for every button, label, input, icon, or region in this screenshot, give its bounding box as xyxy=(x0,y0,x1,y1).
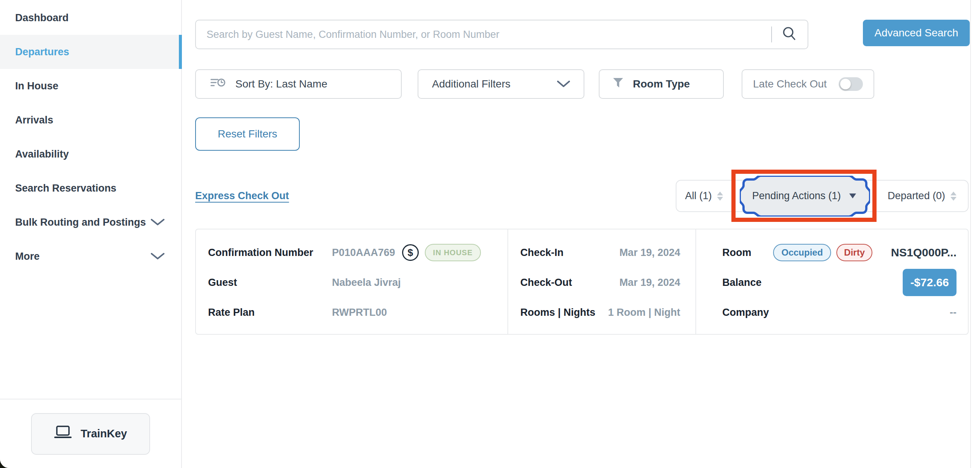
pms-app-window: Dashboard Departures In House Arrivals A… xyxy=(0,0,980,468)
rate-plan-row: Rate Plan RWPRTL00 xyxy=(208,301,508,324)
sidebar-item-label: Dashboard xyxy=(15,12,68,24)
sidebar-item-search-reservations[interactable]: Search Reservations xyxy=(0,171,181,205)
in-house-badge: IN HOUSE xyxy=(425,244,481,261)
search-bar xyxy=(195,20,808,49)
tab-departed[interactable]: Departed (0) xyxy=(876,181,968,211)
confirmation-label: Confirmation Number xyxy=(208,247,332,259)
scrollbar-gutter xyxy=(970,0,971,468)
chevron-down-icon xyxy=(557,78,570,90)
sort-arrows-icon xyxy=(717,192,723,201)
trainkey-button[interactable]: TrainKey xyxy=(31,413,150,455)
chevron-down-icon xyxy=(151,251,164,262)
balance-chip[interactable]: -$72.66 xyxy=(903,269,956,296)
sidebar-item-dashboard[interactable]: Dashboard xyxy=(0,1,181,35)
sidebar-item-arrivals[interactable]: Arrivals xyxy=(0,103,181,137)
dollar-circle-icon[interactable]: $ xyxy=(402,244,419,261)
funnel-icon xyxy=(612,77,624,91)
sidebar-item-in-house[interactable]: In House xyxy=(0,69,181,103)
company-row: Company -- xyxy=(722,301,956,324)
sidebar-item-label: Search Reservations xyxy=(15,182,116,194)
sidebar-item-availability[interactable]: Availability xyxy=(0,137,181,171)
search-divider xyxy=(771,27,772,43)
sidebar-item-label: In House xyxy=(15,80,58,92)
late-check-out-filter: Late Check Out xyxy=(741,69,874,99)
reset-filters-button[interactable]: Reset Filters xyxy=(195,117,300,151)
room-number-value: NS1Q000P... xyxy=(891,246,956,259)
tab-all[interactable]: All (1) xyxy=(676,181,732,211)
sidebar-item-departures[interactable]: Departures xyxy=(0,35,181,69)
confirmation-value: P010AAA769 xyxy=(332,247,395,259)
sidebar-item-label: Bulk Routing and Postings xyxy=(15,217,146,228)
advanced-search-button[interactable]: Advanced Search xyxy=(863,20,970,46)
tab-pending-actions-label: Pending Actions (1) xyxy=(752,190,841,202)
additional-filters-dropdown[interactable]: Additional Filters xyxy=(418,69,584,99)
express-check-out-link[interactable]: Express Check Out xyxy=(195,190,289,202)
check-out-row: Check-Out Mar 19, 2024 xyxy=(520,271,680,294)
check-in-value: Mar 19, 2024 xyxy=(619,247,680,259)
guest-row: Guest Nabeela Jivraj xyxy=(208,271,508,294)
dirty-badge: Dirty xyxy=(836,244,872,261)
company-label: Company xyxy=(722,307,773,319)
sidebar-footer: TrainKey xyxy=(0,399,181,468)
room-type-label: Room Type xyxy=(633,78,690,90)
caret-down-icon xyxy=(849,194,856,198)
late-check-out-toggle[interactable] xyxy=(838,77,863,91)
sort-by-label: Sort By: Last Name xyxy=(235,78,328,90)
reservation-card[interactable]: Confirmation Number P010AAA769 $ IN HOUS… xyxy=(195,229,969,335)
sidebar: Dashboard Departures In House Arrivals A… xyxy=(0,0,182,468)
rate-plan-value: RWPRTL00 xyxy=(332,307,387,319)
toggle-knob xyxy=(840,79,851,89)
sidebar-item-label: Arrivals xyxy=(15,114,53,126)
trainkey-label: TrainKey xyxy=(81,427,127,440)
card-column-room: Room Occupied Dirty NS1Q000P... Balance … xyxy=(695,230,968,334)
tab-pending-actions[interactable]: Pending Actions (1) xyxy=(732,181,876,211)
sidebar-item-more[interactable]: More xyxy=(0,239,181,273)
guest-label: Guest xyxy=(208,277,332,289)
status-tabs: All (1) Pending Actions (1) Departed (0) xyxy=(676,180,969,212)
check-out-value: Mar 19, 2024 xyxy=(619,277,680,289)
search-icon[interactable] xyxy=(781,25,798,44)
sidebar-item-label: More xyxy=(15,251,40,262)
sidebar-item-bulk-routing[interactable]: Bulk Routing and Postings xyxy=(0,205,181,239)
main-content: Advanced Search Sort By: Last Name Addit… xyxy=(183,0,980,468)
chevron-down-icon xyxy=(151,217,164,228)
laptop-icon xyxy=(54,425,72,442)
sort-icon xyxy=(210,77,226,92)
tab-departed-label: Departed (0) xyxy=(888,190,945,202)
sort-arrows-icon xyxy=(950,192,956,201)
room-type-filter[interactable]: Room Type xyxy=(599,69,724,99)
occupied-badge: Occupied xyxy=(773,244,831,261)
rate-plan-label: Rate Plan xyxy=(208,307,332,319)
sidebar-item-label: Departures xyxy=(15,46,69,58)
late-check-out-label: Late Check Out xyxy=(753,78,827,90)
tab-all-label: All (1) xyxy=(685,190,712,202)
sidebar-nav: Dashboard Departures In House Arrivals A… xyxy=(0,0,181,273)
sidebar-item-label: Availability xyxy=(15,148,69,160)
rooms-nights-row: Rooms | Nights 1 Room | Night xyxy=(520,301,680,324)
check-in-row: Check-In Mar 19, 2024 xyxy=(520,241,680,264)
sort-by-control[interactable]: Sort By: Last Name xyxy=(195,69,402,99)
card-column-reservation: Confirmation Number P010AAA769 $ IN HOUS… xyxy=(196,230,508,334)
card-column-dates: Check-In Mar 19, 2024 Check-Out Mar 19, … xyxy=(508,230,695,334)
room-label: Room xyxy=(722,247,773,259)
rooms-nights-value: 1 Room | Night xyxy=(608,307,680,319)
confirmation-row: Confirmation Number P010AAA769 $ IN HOUS… xyxy=(208,241,508,264)
balance-label: Balance xyxy=(722,277,773,289)
check-in-label: Check-In xyxy=(520,247,619,259)
search-input[interactable] xyxy=(207,29,771,41)
room-row: Room Occupied Dirty NS1Q000P... xyxy=(722,241,956,264)
rooms-nights-label: Rooms | Nights xyxy=(520,307,608,319)
balance-row: Balance -$72.66 xyxy=(722,269,956,296)
guest-value: Nabeela Jivraj xyxy=(332,277,401,289)
check-out-label: Check-Out xyxy=(520,277,619,289)
additional-filters-label: Additional Filters xyxy=(432,78,511,90)
company-value: -- xyxy=(950,307,956,319)
